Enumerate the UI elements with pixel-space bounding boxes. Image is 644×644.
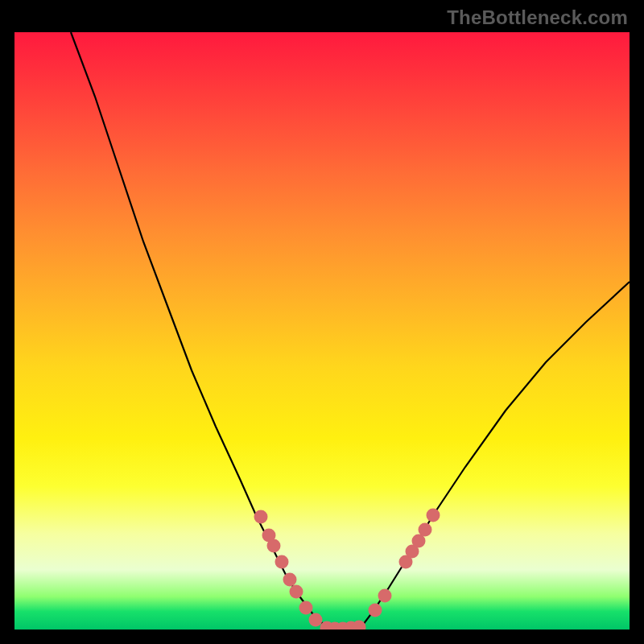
bottleneck-curve — [71, 32, 630, 628]
data-point — [353, 621, 366, 630]
data-point — [309, 613, 323, 627]
data-point — [290, 585, 303, 599]
data-point — [275, 555, 289, 569]
data-point — [419, 523, 432, 537]
data-point — [427, 509, 440, 522]
data-point — [283, 573, 297, 587]
chart-frame: TheBottleneck.com — [0, 0, 644, 644]
data-point — [378, 589, 392, 603]
data-point — [254, 510, 268, 524]
plot-area — [14, 32, 630, 630]
data-point — [267, 539, 281, 553]
watermark-text: TheBottleneck.com — [447, 6, 628, 29]
data-point — [299, 601, 313, 615]
data-point — [369, 604, 382, 617]
curve-svg — [14, 32, 630, 630]
